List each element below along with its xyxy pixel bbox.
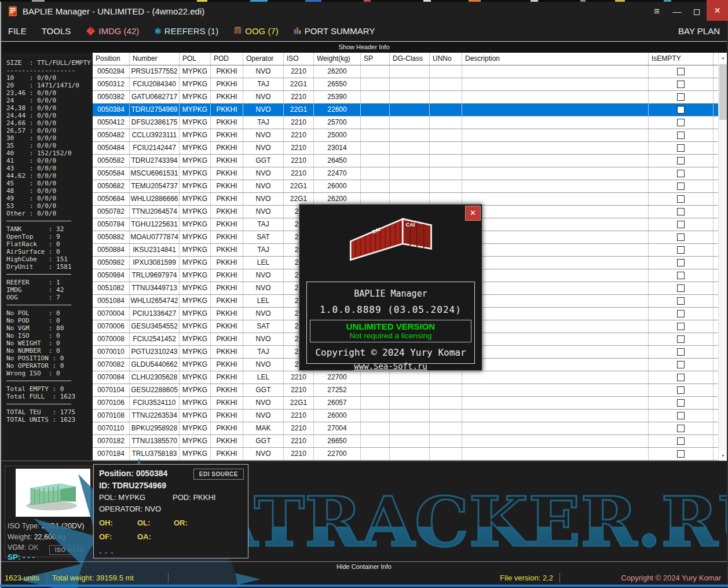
sidebar-stat-line: Other : 0/0/0 (6, 210, 93, 217)
isempty-checkbox[interactable] (677, 157, 685, 165)
isempty-checkbox[interactable] (677, 399, 685, 407)
cell-isempty (649, 333, 714, 345)
table-row[interactable]: 0070110BPKU2958928MYPKGPKKHIMAK221027004 (93, 422, 727, 435)
maximize-button[interactable] (687, 2, 707, 21)
isempty-checkbox[interactable] (677, 246, 685, 254)
table-row[interactable]: 0050682TEMU2054737MYPKGPKKHINVO22G126000 (93, 180, 727, 193)
isempty-checkbox[interactable] (677, 323, 685, 330)
edi-source-button[interactable]: EDI SOURCE (193, 469, 244, 480)
isempty-checkbox[interactable] (677, 348, 685, 356)
menu-port-summary[interactable]: PORT SUMMARY (294, 26, 375, 36)
close-button[interactable]: ✕ (707, 0, 728, 21)
isempty-checkbox[interactable] (677, 374, 685, 381)
menu-oog[interactable]: OOG (7) (233, 26, 279, 36)
table-row[interactable]: 0050312FCIU2084340MYPKGPKKHITAJ22G126550 (93, 78, 727, 91)
hide-container-info-toggle[interactable]: Hide Container Info (1, 561, 727, 571)
cell-number: BPKU2958928 (130, 422, 180, 434)
isempty-checkbox[interactable] (677, 437, 685, 445)
column-header-sp[interactable]: SP (361, 53, 390, 65)
scroll-down-button[interactable]: ▼ (719, 451, 727, 461)
column-header-pod[interactable]: POD (211, 53, 243, 65)
dialog-close-button[interactable]: ✕ (465, 206, 481, 221)
isempty-checkbox[interactable] (677, 81, 685, 88)
column-header-operator[interactable]: Operator (243, 53, 284, 65)
isempty-checkbox[interactable] (677, 284, 685, 292)
menu-bay-plan[interactable]: BAY PLAN (678, 21, 720, 42)
sidebar-separator (6, 274, 71, 275)
table-row[interactable]: 0050584MSCU6961531MYPKGPKKHINVO221022470 (93, 167, 727, 180)
cell-position: 0050312 (93, 78, 130, 90)
cell-operator: TAJ (243, 346, 284, 358)
column-header-description[interactable]: Description (462, 53, 649, 65)
table-row[interactable]: 0070108TTNU2263534MYPKGPKKHINVO221026000 (93, 410, 727, 422)
minimize-button[interactable]: — (667, 2, 687, 21)
isempty-checkbox[interactable] (677, 106, 685, 114)
isempty-checkbox[interactable] (677, 182, 685, 190)
table-row[interactable]: 0050412DFSU2386175MYPKGPKKHITAJ221025700 (93, 116, 727, 129)
column-header-weight-kg-[interactable]: Weight(kg) (314, 53, 361, 65)
isempty-checkbox[interactable] (677, 297, 685, 305)
table-row[interactable]: 0050382GATU0682717MYPKGPKKHINVO221025390 (93, 91, 727, 104)
isempty-checkbox[interactable] (677, 361, 685, 368)
cell-pod: PKKHI (211, 448, 243, 460)
cell-dg-class (390, 384, 430, 396)
menu-tools[interactable]: TOOLS (42, 26, 71, 36)
isempty-checkbox[interactable] (677, 259, 685, 266)
isempty-checkbox[interactable] (677, 386, 685, 394)
column-header-unno[interactable]: UNNo (430, 53, 462, 65)
menu-imdg[interactable]: ! IMDG (42) (86, 26, 139, 36)
isempty-checkbox[interactable] (677, 335, 685, 343)
cell-pol: MYPKG (180, 308, 211, 320)
isempty-checkbox[interactable] (677, 68, 685, 75)
table-row[interactable]: 0050284PRSU1577552MYPKGPKKHINVO221026200 (93, 65, 727, 78)
isempty-checkbox[interactable] (677, 208, 685, 216)
vertical-scrollbar[interactable]: ▲ ▼ (718, 53, 727, 461)
cell-sp (361, 435, 390, 447)
isempty-checkbox[interactable] (677, 170, 685, 177)
scrollbar-thumb[interactable] (719, 64, 727, 120)
column-header-pol[interactable]: POL (180, 53, 211, 65)
column-header-dg-class[interactable]: DG-Class (390, 53, 430, 65)
cell-position: 0050782 (93, 206, 130, 218)
cell-number: PGTU2310243 (130, 346, 180, 358)
isempty-checkbox[interactable] (677, 144, 685, 152)
isempty-checkbox[interactable] (677, 132, 685, 139)
table-row[interactable]: 0070184TRLU3758183MYPKGPKKHINVO221022700 (93, 448, 727, 461)
scroll-up-button[interactable]: ▲ (719, 53, 727, 63)
cell-pol: MYPKG (180, 435, 211, 447)
website-link[interactable]: www.Sea-Soft.ru (307, 361, 474, 371)
menu-file[interactable]: FILE (8, 26, 27, 36)
cell-pod: PKKHI (211, 295, 243, 307)
table-row[interactable]: 0050582TDRU2743394MYPKGPKKHIGGT221026450 (93, 155, 727, 167)
cell-pod: PKKHI (211, 308, 243, 320)
isempty-checkbox[interactable] (677, 195, 685, 203)
cell-number: PRSU1577552 (130, 65, 180, 78)
cell-weight-kg-: 25700 (314, 116, 361, 129)
isempty-checkbox[interactable] (677, 233, 685, 241)
isempty-checkbox[interactable] (677, 310, 685, 317)
table-row[interactable]: 0070084CLHU2305628MYPKGPKKHILEL221022700 (93, 371, 727, 384)
table-row[interactable]: 0050482CCLU3923111MYPKGPKKHINVO221025000 (93, 129, 727, 142)
isempty-checkbox[interactable] (677, 450, 685, 458)
isempty-checkbox[interactable] (677, 425, 685, 432)
window-menu-button[interactable]: ≡ (647, 2, 667, 21)
cell-description (462, 91, 649, 103)
show-header-info-toggle[interactable]: Show Header Info (1, 42, 727, 53)
column-header-iso[interactable]: ISO (284, 53, 314, 65)
isempty-checkbox[interactable] (677, 412, 685, 419)
table-row[interactable]: 0050384TDRU2754969MYPKGPKKHINVO22G122600 (93, 104, 727, 116)
column-header-number[interactable]: Number (130, 53, 180, 65)
isempty-checkbox[interactable] (677, 221, 685, 228)
iso-data-button[interactable]: ISO DATA (49, 545, 90, 555)
column-header-isempty[interactable]: IsEMPTY (649, 53, 714, 65)
isempty-checkbox[interactable] (677, 272, 685, 279)
cell-operator: NVO (243, 91, 284, 103)
table-row[interactable]: 0050484FCIU2142447MYPKGPKKHINVO221023014 (93, 142, 727, 155)
isempty-checkbox[interactable] (677, 119, 685, 126)
menu-reefers[interactable]: ❄ REEFERS (1) (154, 26, 218, 36)
column-header-position[interactable]: Position (93, 53, 130, 65)
table-row[interactable]: 0070182TTNU1385570MYPKGPKKHIGGT221026650 (93, 435, 727, 448)
table-row[interactable]: 0070106FCIU3524110MYPKGPKKHINVO22G126057 (93, 397, 727, 410)
isempty-checkbox[interactable] (677, 93, 685, 101)
table-row[interactable]: 0070104GESU2288605MYPKGPKKHIGGT221027252 (93, 384, 727, 397)
